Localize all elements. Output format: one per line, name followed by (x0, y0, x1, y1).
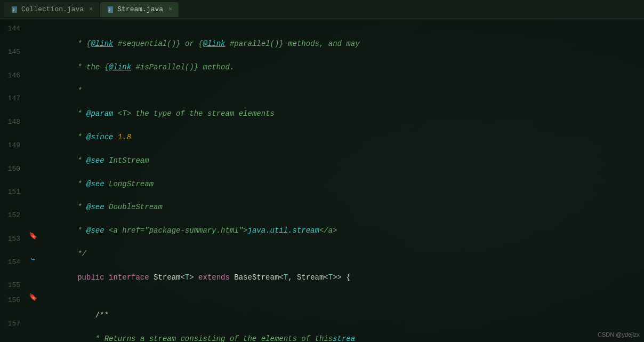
code-line-152: 152 * @see <a href="package-summary.html… (0, 208, 644, 232)
line-content-157: * Returns a stream consisting of the ele… (39, 316, 644, 342)
arrow-icon-154: ↪ (31, 255, 35, 264)
line-num-147: 147 (0, 91, 27, 106)
bookmark-icon-156: 🔖 (29, 293, 37, 301)
code-line-154: 154 ↪ public interface Stream<T> extends… (0, 255, 644, 279)
line-num-149: 149 (0, 138, 27, 153)
code-line-155: 155 (0, 278, 644, 293)
code-line-147: 147 * @param <T> the type of the stream … (0, 91, 644, 115)
code-area: 144 * {@link #sequential()} or {@link #p… (0, 19, 644, 342)
gutter-153: 🔖 (27, 232, 39, 240)
line-num-153: 153 (0, 232, 27, 246)
gutter-156: 🔖 (27, 293, 39, 301)
tab-collection-close[interactable]: × (89, 6, 93, 13)
line-num-150: 150 (0, 162, 27, 177)
line-num-152: 152 (0, 208, 27, 223)
line-num-144: 144 (0, 21, 27, 36)
gutter-154: ↪ (27, 255, 39, 264)
tab-collection-label: Collection.java (21, 5, 84, 13)
line-num-155: 155 (0, 278, 27, 293)
code-line-156: 156 🔖 /** (0, 293, 644, 316)
line-num-151: 151 (0, 185, 27, 200)
code-line-153: 153 🔖 */ (0, 232, 644, 255)
line-num-154: 154 (0, 255, 27, 270)
code-line-148: 148 * @since 1.8 (0, 115, 644, 138)
code-line-146: 146 * (0, 68, 644, 92)
code-line-144: 144 * {@link #sequential()} or {@link #p… (0, 21, 644, 45)
line-num-156: 156 (0, 293, 27, 308)
code-line-150: 150 * @see LongStream (0, 162, 644, 185)
editor-container: J Collection.java × J Stream.java × 144 … (0, 0, 644, 342)
watermark: CSDN @ydejlzx (598, 331, 640, 338)
code-line-149: 149 * @see IntStream (0, 138, 644, 162)
tab-collection-java[interactable]: J Collection.java × (4, 2, 99, 17)
java-file-icon-2: J (107, 6, 114, 13)
tab-stream-java[interactable]: J Stream.java × (100, 2, 179, 17)
line-num-145: 145 (0, 45, 27, 60)
code-line-151: 151 * @see DoubleStream (0, 185, 644, 208)
code-line-157: 157 * Returns a stream consisting of the… (0, 316, 644, 340)
code-line-145: 145 * the {@link #isParallel()} method. (0, 45, 644, 68)
tab-stream-close[interactable]: × (168, 6, 172, 13)
line-num-146: 146 (0, 68, 27, 83)
svg-text:J: J (12, 8, 14, 12)
bookmark-icon-153: 🔖 (29, 232, 37, 240)
line-num-157: 157 (0, 316, 27, 331)
tab-bar: J Collection.java × J Stream.java × (0, 0, 644, 19)
line-num-148: 148 (0, 115, 27, 130)
tab-stream-label: Stream.java (117, 5, 163, 13)
svg-text:J: J (108, 8, 110, 12)
java-file-icon: J (11, 6, 18, 13)
